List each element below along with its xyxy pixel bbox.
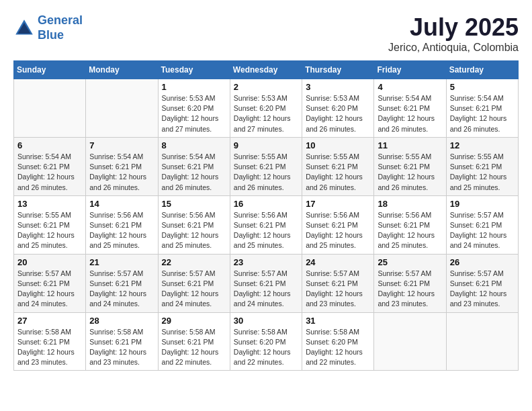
logo-line2: Blue (38, 28, 64, 42)
cell-info: Sunrise: 5:58 AM Sunset: 6:20 PM Dayligh… (234, 327, 298, 368)
cell-info: Sunrise: 5:54 AM Sunset: 6:21 PM Dayligh… (89, 152, 154, 193)
title-area: July 2025 Jerico, Antioquia, Colombia (388, 13, 519, 54)
logo: General Blue (13, 13, 83, 42)
day-number: 30 (234, 316, 298, 326)
cell-info: Sunrise: 5:58 AM Sunset: 6:20 PM Dayligh… (306, 327, 370, 368)
calendar-cell: 10Sunrise: 5:55 AM Sunset: 6:21 PM Dayli… (302, 137, 374, 195)
calendar-cell: 27Sunrise: 5:58 AM Sunset: 6:21 PM Dayli… (14, 312, 86, 371)
cell-info: Sunrise: 5:54 AM Sunset: 6:21 PM Dayligh… (17, 152, 82, 193)
calendar-cell: 30Sunrise: 5:58 AM Sunset: 6:20 PM Dayli… (230, 312, 302, 371)
day-number: 20 (17, 257, 82, 267)
cell-info: Sunrise: 5:56 AM Sunset: 6:21 PM Dayligh… (234, 210, 298, 251)
calendar-cell: 13Sunrise: 5:55 AM Sunset: 6:21 PM Dayli… (14, 195, 86, 254)
cell-info: Sunrise: 5:53 AM Sunset: 6:20 PM Dayligh… (234, 93, 298, 134)
weekday-header-saturday: Saturday (446, 61, 518, 79)
day-number: 16 (234, 199, 298, 209)
cell-info: Sunrise: 5:58 AM Sunset: 6:21 PM Dayligh… (17, 327, 82, 368)
calendar-cell: 15Sunrise: 5:56 AM Sunset: 6:21 PM Dayli… (158, 195, 230, 254)
day-number: 28 (89, 316, 154, 326)
calendar-cell: 24Sunrise: 5:57 AM Sunset: 6:21 PM Dayli… (302, 254, 374, 312)
month-title: July 2025 (388, 13, 519, 42)
cell-info: Sunrise: 5:57 AM Sunset: 6:21 PM Dayligh… (378, 269, 442, 310)
cell-info: Sunrise: 5:56 AM Sunset: 6:21 PM Dayligh… (306, 210, 370, 251)
cell-info: Sunrise: 5:54 AM Sunset: 6:21 PM Dayligh… (450, 93, 515, 134)
calendar-cell: 12Sunrise: 5:55 AM Sunset: 6:21 PM Dayli… (446, 137, 518, 195)
weekday-header-tuesday: Tuesday (158, 61, 230, 79)
day-number: 27 (17, 316, 82, 326)
calendar-cell: 31Sunrise: 5:58 AM Sunset: 6:20 PM Dayli… (302, 312, 374, 371)
cell-info: Sunrise: 5:57 AM Sunset: 6:21 PM Dayligh… (450, 210, 515, 251)
day-number: 11 (378, 140, 442, 150)
calendar-cell: 18Sunrise: 5:56 AM Sunset: 6:21 PM Dayli… (374, 195, 446, 254)
calendar-cell: 20Sunrise: 5:57 AM Sunset: 6:21 PM Dayli… (14, 254, 86, 312)
cell-info: Sunrise: 5:58 AM Sunset: 6:21 PM Dayligh… (162, 327, 226, 368)
calendar-cell: 6Sunrise: 5:54 AM Sunset: 6:21 PM Daylig… (14, 137, 86, 195)
day-number: 14 (89, 199, 154, 209)
cell-info: Sunrise: 5:53 AM Sunset: 6:20 PM Dayligh… (162, 93, 226, 134)
calendar-cell: 4Sunrise: 5:54 AM Sunset: 6:21 PM Daylig… (374, 79, 446, 138)
calendar-cell (374, 312, 446, 371)
calendar-cell: 19Sunrise: 5:57 AM Sunset: 6:21 PM Dayli… (446, 195, 518, 254)
calendar-cell: 3Sunrise: 5:53 AM Sunset: 6:20 PM Daylig… (302, 79, 374, 138)
cell-info: Sunrise: 5:56 AM Sunset: 6:21 PM Dayligh… (89, 210, 154, 251)
day-number: 21 (89, 257, 154, 267)
calendar-cell: 1Sunrise: 5:53 AM Sunset: 6:20 PM Daylig… (158, 79, 230, 138)
week-row-2: 6Sunrise: 5:54 AM Sunset: 6:21 PM Daylig… (14, 137, 519, 195)
day-number: 23 (234, 257, 298, 267)
day-number: 4 (378, 82, 442, 92)
day-number: 12 (450, 140, 515, 150)
cell-info: Sunrise: 5:57 AM Sunset: 6:21 PM Dayligh… (450, 269, 515, 310)
calendar-cell: 26Sunrise: 5:57 AM Sunset: 6:21 PM Dayli… (446, 254, 518, 312)
calendar-cell (446, 312, 518, 371)
day-number: 22 (162, 257, 226, 267)
cell-info: Sunrise: 5:55 AM Sunset: 6:21 PM Dayligh… (234, 152, 298, 193)
calendar-cell (86, 79, 158, 138)
cell-info: Sunrise: 5:55 AM Sunset: 6:21 PM Dayligh… (306, 152, 370, 193)
cell-info: Sunrise: 5:54 AM Sunset: 6:21 PM Dayligh… (162, 152, 226, 193)
cell-info: Sunrise: 5:54 AM Sunset: 6:21 PM Dayligh… (378, 93, 442, 134)
weekday-header-monday: Monday (86, 61, 158, 79)
day-number: 26 (450, 257, 515, 267)
calendar-cell: 17Sunrise: 5:56 AM Sunset: 6:21 PM Dayli… (302, 195, 374, 254)
day-number: 13 (17, 199, 82, 209)
cell-info: Sunrise: 5:55 AM Sunset: 6:21 PM Dayligh… (450, 152, 515, 193)
cell-info: Sunrise: 5:56 AM Sunset: 6:21 PM Dayligh… (378, 210, 442, 251)
logo-icon (13, 17, 35, 39)
page-header: General Blue July 2025 Jerico, Antioquia… (13, 13, 519, 54)
day-number: 24 (306, 257, 370, 267)
day-number: 2 (234, 82, 298, 92)
calendar-cell: 5Sunrise: 5:54 AM Sunset: 6:21 PM Daylig… (446, 79, 518, 138)
cell-info: Sunrise: 5:57 AM Sunset: 6:21 PM Dayligh… (306, 269, 370, 310)
calendar-cell: 11Sunrise: 5:55 AM Sunset: 6:21 PM Dayli… (374, 137, 446, 195)
calendar-cell: 14Sunrise: 5:56 AM Sunset: 6:21 PM Dayli… (86, 195, 158, 254)
cell-info: Sunrise: 5:57 AM Sunset: 6:21 PM Dayligh… (17, 269, 82, 310)
cell-info: Sunrise: 5:58 AM Sunset: 6:21 PM Dayligh… (89, 327, 154, 368)
day-number: 29 (162, 316, 226, 326)
calendar-cell: 22Sunrise: 5:57 AM Sunset: 6:21 PM Dayli… (158, 254, 230, 312)
week-row-1: 1Sunrise: 5:53 AM Sunset: 6:20 PM Daylig… (14, 79, 519, 138)
week-row-5: 27Sunrise: 5:58 AM Sunset: 6:21 PM Dayli… (14, 312, 519, 371)
logo-line1: General (38, 13, 83, 27)
day-number: 15 (162, 199, 226, 209)
week-row-4: 20Sunrise: 5:57 AM Sunset: 6:21 PM Dayli… (14, 254, 519, 312)
cell-info: Sunrise: 5:55 AM Sunset: 6:21 PM Dayligh… (17, 210, 82, 251)
day-number: 10 (306, 140, 370, 150)
calendar-cell: 23Sunrise: 5:57 AM Sunset: 6:21 PM Dayli… (230, 254, 302, 312)
cell-info: Sunrise: 5:56 AM Sunset: 6:21 PM Dayligh… (162, 210, 226, 251)
calendar-cell: 21Sunrise: 5:57 AM Sunset: 6:21 PM Dayli… (86, 254, 158, 312)
day-number: 5 (450, 82, 515, 92)
cell-info: Sunrise: 5:57 AM Sunset: 6:21 PM Dayligh… (234, 269, 298, 310)
day-number: 1 (162, 82, 226, 92)
day-number: 18 (378, 199, 442, 209)
weekday-header-thursday: Thursday (302, 61, 374, 79)
day-number: 7 (89, 140, 154, 150)
calendar-table: SundayMondayTuesdayWednesdayThursdayFrid… (13, 60, 519, 371)
calendar-cell: 29Sunrise: 5:58 AM Sunset: 6:21 PM Dayli… (158, 312, 230, 371)
weekday-header-sunday: Sunday (14, 61, 86, 79)
day-number: 9 (234, 140, 298, 150)
calendar-cell: 7Sunrise: 5:54 AM Sunset: 6:21 PM Daylig… (86, 137, 158, 195)
day-number: 6 (17, 140, 82, 150)
weekday-header-friday: Friday (374, 61, 446, 79)
day-number: 25 (378, 257, 442, 267)
location-title: Jerico, Antioquia, Colombia (388, 42, 519, 54)
